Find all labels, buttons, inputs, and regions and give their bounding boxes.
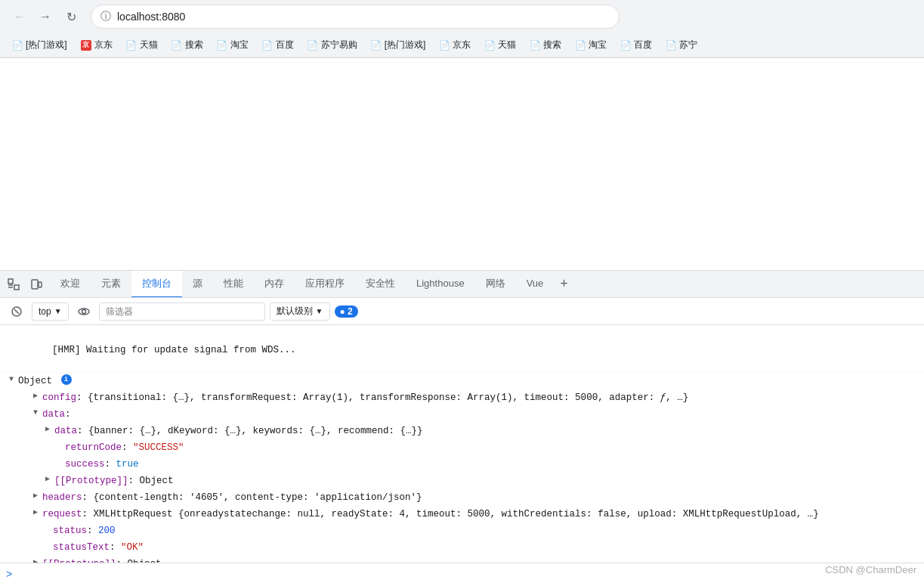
tab-performance[interactable]: 性能 bbox=[213, 271, 254, 298]
top-context-selector[interactable]: top ▼ bbox=[32, 302, 69, 321]
tab-memory-label: 内存 bbox=[264, 277, 284, 290]
prop-success: success bbox=[65, 457, 105, 471]
bookmark-hot-games-1[interactable]: 📄 [热门游戏] bbox=[6, 36, 73, 54]
prop-statustext: statusText bbox=[53, 541, 110, 554]
filter-input[interactable] bbox=[99, 302, 265, 321]
expand-request[interactable] bbox=[30, 507, 41, 518]
level-label: 默认级别 bbox=[277, 305, 313, 318]
bookmark-search-2[interactable]: 📄 搜索 bbox=[524, 36, 567, 54]
tab-network[interactable]: 网络 bbox=[475, 271, 516, 298]
console-statustext-row: statusText : "OK" bbox=[0, 539, 924, 556]
tab-console[interactable]: 控制台 bbox=[131, 271, 182, 298]
tab-security[interactable]: 安全性 bbox=[355, 271, 406, 298]
bookmark-taobao-1[interactable]: 📄 淘宝 bbox=[211, 36, 255, 54]
forward-button[interactable]: → bbox=[35, 6, 56, 27]
info-icon: ⓘ bbox=[100, 10, 111, 23]
console-line-hmr: [HMR] Waiting for update signal from WDS… bbox=[0, 328, 924, 373]
eye-icon bbox=[78, 305, 90, 318]
devtools-tab-bar: 欢迎 元素 控制台 源 性能 内存 应用程序 安全性 Lighthouse 网络 bbox=[0, 271, 924, 298]
bookmarks-bar: 📄 [热门游戏] 京 京东 📄 天猫 📄 搜索 📄 淘宝 📄 百度 📄 苏宁易购 bbox=[0, 33, 924, 57]
bookmark-baidu-2[interactable]: 📄 百度 bbox=[614, 36, 658, 54]
expand-proto1[interactable] bbox=[42, 474, 53, 485]
tab-application[interactable]: 应用程序 bbox=[295, 271, 355, 298]
bookmark-label: 淘宝 bbox=[589, 39, 607, 51]
svg-rect-0 bbox=[8, 279, 13, 284]
error-badge[interactable]: ● 2 bbox=[335, 305, 358, 318]
tab-security-label: 安全性 bbox=[366, 277, 395, 290]
expand-headers[interactable] bbox=[30, 491, 41, 501]
tab-sources[interactable]: 源 bbox=[182, 271, 213, 298]
clear-console-button[interactable] bbox=[6, 301, 27, 322]
prop-proto1: [[Prototype]] bbox=[54, 474, 128, 488]
tab-memory[interactable]: 内存 bbox=[254, 271, 295, 298]
watermark: CSDN @CharmDeer bbox=[825, 564, 916, 575]
badge-icon: ● bbox=[340, 306, 348, 317]
bookmark-suning-2[interactable]: 📄 苏宁 bbox=[660, 36, 703, 54]
bookmark-label: [热门游戏] bbox=[26, 39, 67, 51]
address-bar[interactable]: ⓘ bbox=[91, 5, 620, 29]
bookmark-baidu-1[interactable]: 📄 百度 bbox=[256, 36, 300, 54]
page-icon: 📄 bbox=[575, 40, 586, 51]
prop-request: request bbox=[42, 507, 82, 521]
devtools-left-icons bbox=[3, 274, 47, 295]
console-input[interactable] bbox=[12, 569, 918, 579]
success-colon: : bbox=[105, 457, 116, 471]
bookmark-label: 百度 bbox=[276, 39, 294, 51]
bookmark-tmall-2[interactable]: 📄 天猫 bbox=[478, 36, 522, 54]
headers-val: : {content-length: '4605', content-type:… bbox=[82, 491, 422, 504]
bookmark-hot-games-2[interactable]: 📄 [热门游戏] bbox=[365, 36, 432, 54]
tab-sources-label: 源 bbox=[193, 277, 202, 290]
prop-returncode: returnCode bbox=[65, 441, 122, 454]
tab-welcome[interactable]: 欢迎 bbox=[50, 271, 91, 298]
tab-console-label: 控制台 bbox=[142, 277, 172, 290]
expand-data-data[interactable] bbox=[42, 424, 53, 435]
chevron-down-icon: ▼ bbox=[54, 307, 62, 315]
bookmark-label: 天猫 bbox=[140, 39, 158, 51]
success-val: true bbox=[116, 457, 139, 471]
console-status-row: status : 200 bbox=[0, 523, 924, 539]
console-request-row: request : XMLHttpRequest {onreadystatech… bbox=[0, 506, 924, 523]
expand-proto2[interactable] bbox=[30, 557, 41, 563]
page-icon: 📄 bbox=[666, 40, 676, 51]
object-info-badge: i bbox=[61, 374, 72, 385]
bookmark-tmall-1[interactable]: 📄 天猫 bbox=[120, 36, 164, 54]
statustext-colon: : bbox=[110, 541, 121, 554]
clear-icon bbox=[11, 305, 23, 318]
expand-object[interactable] bbox=[6, 374, 17, 385]
tab-lighthouse[interactable]: Lighthouse bbox=[406, 271, 475, 298]
tab-welcome-label: 欢迎 bbox=[60, 277, 80, 290]
devtools-panel: 欢迎 元素 控制台 源 性能 内存 应用程序 安全性 Lighthouse 网络 bbox=[0, 270, 924, 583]
add-tab-button[interactable]: + bbox=[554, 271, 574, 298]
tab-vue[interactable]: Vue bbox=[516, 271, 555, 298]
back-button[interactable]: ← bbox=[9, 6, 30, 27]
bookmark-jd-1[interactable]: 京 京东 bbox=[75, 36, 119, 54]
device-toggle-button[interactable] bbox=[26, 274, 47, 295]
tab-vue-label: Vue bbox=[527, 278, 544, 289]
page-icon: 📄 bbox=[126, 40, 137, 51]
bookmark-label: 京东 bbox=[94, 39, 113, 51]
prompt-chevron-icon[interactable]: > bbox=[6, 568, 12, 580]
bookmark-label: 搜索 bbox=[543, 39, 561, 51]
expand-data[interactable] bbox=[30, 408, 41, 418]
tab-application-label: 应用程序 bbox=[305, 277, 345, 290]
tab-elements[interactable]: 元素 bbox=[91, 271, 131, 298]
console-proto1-row: [[Prototype]] : Object bbox=[0, 473, 924, 489]
browser-chrome: ← → ↻ ⓘ 📄 [热门游戏] 京 京东 📄 天猫 📄 搜索 📄 淘宝 bbox=[0, 0, 924, 58]
bookmark-jd-2[interactable]: 📄 京东 bbox=[433, 36, 477, 54]
tab-performance-label: 性能 bbox=[224, 277, 243, 290]
console-proto2-row: [[Prototype]] : Object bbox=[0, 556, 924, 563]
prop-status: status bbox=[53, 524, 87, 538]
bookmark-search-1[interactable]: 📄 搜索 bbox=[165, 36, 209, 54]
url-input[interactable] bbox=[117, 11, 610, 23]
bookmark-suning-1[interactable]: 📄 苏宁易购 bbox=[301, 36, 363, 54]
eye-button[interactable] bbox=[73, 301, 94, 322]
console-bottom-bar: > bbox=[0, 563, 924, 583]
inspect-element-button[interactable] bbox=[3, 274, 24, 295]
reload-button[interactable]: ↻ bbox=[60, 6, 82, 27]
svg-rect-5 bbox=[39, 282, 42, 287]
svg-point-9 bbox=[82, 309, 85, 313]
expand-config[interactable] bbox=[30, 391, 41, 402]
bookmark-label: 百度 bbox=[634, 39, 652, 51]
log-level-selector[interactable]: 默认级别 ▼ bbox=[270, 302, 330, 321]
bookmark-taobao-2[interactable]: 📄 淘宝 bbox=[569, 36, 613, 54]
